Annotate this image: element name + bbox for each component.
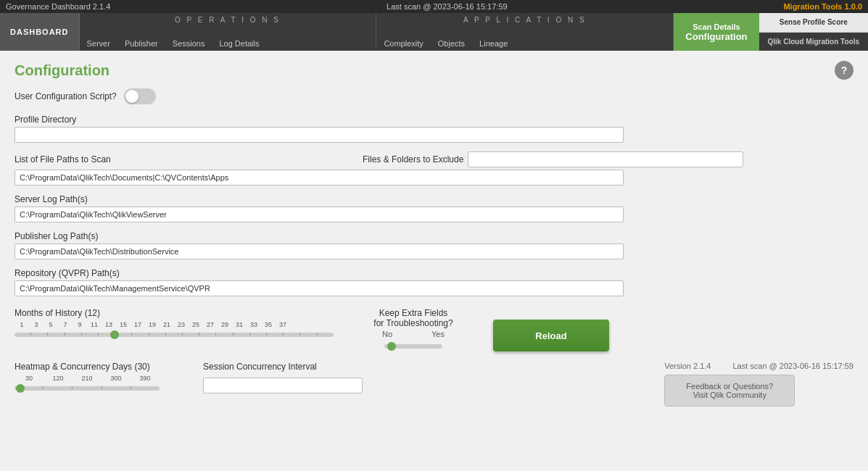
scan-details-label: Scan Details (693, 22, 740, 31)
exclude-input[interactable] (468, 151, 743, 167)
right-nav: Sense Profile Score Qlik Cloud Migration… (759, 13, 868, 51)
repository-row: Repository (QVPR) Path(s) (15, 268, 853, 296)
qlik-cloud-button[interactable]: Qlik Cloud Migration Tools (759, 33, 868, 51)
exclude-label: Files & Folders to Exclude (363, 154, 463, 164)
repository-input[interactable] (15, 280, 624, 296)
tab-sessions[interactable]: Sessions (165, 36, 212, 51)
feedback-line2: Visit Qlik Community (693, 391, 766, 399)
repository-label: Repository (QVPR) Path(s) (15, 268, 853, 278)
sense-profile-label: Sense Profile Score (780, 17, 848, 27)
file-paths-row: List of File Paths to Scan Files & Folde… (15, 151, 853, 186)
keep-extra-label: Keep Extra Fields for Troubleshooting? (355, 308, 471, 328)
feedback-button[interactable]: Feedback or Questions? Visit Qlik Commun… (664, 375, 795, 407)
server-log-label: Server Log Path(s) (15, 194, 853, 204)
heatmap-label: Heatmap & Concurrency Days (30) (15, 362, 189, 372)
footer-section: Version 2.1.4 Last scan @ 2023-06-16 15:… (664, 362, 853, 407)
feedback-line1: Feedback or Questions? (686, 382, 773, 391)
applications-title: A P P L I C A T I O N S (376, 13, 673, 25)
version-label: Version 2.1.4 (664, 362, 711, 370)
operations-tabs: Server Publisher Sessions Log Details (80, 25, 376, 51)
operations-section: O P E R A T I O N S Server Publisher Ses… (80, 13, 377, 51)
dashboard-button[interactable]: DASHBOARD (0, 13, 80, 51)
reload-section: Reload (493, 320, 609, 351)
paths-input[interactable] (15, 170, 624, 186)
server-log-row: Server Log Path(s) (15, 194, 853, 222)
no-label: No (382, 330, 392, 338)
keep-extra-section: Keep Extra Fields for Troubleshooting? N… (355, 308, 471, 351)
publisher-log-input[interactable] (15, 243, 624, 259)
profile-directory-row: Profile Directory (15, 114, 853, 143)
sense-profile-button[interactable]: Sense Profile Score (759, 13, 868, 33)
months-slider-track-container[interactable] (15, 330, 334, 340)
server-log-input[interactable] (15, 207, 624, 222)
keep-extra-thumb[interactable] (387, 342, 396, 351)
user-config-toggle[interactable] (124, 88, 156, 104)
yes-label: Yes (431, 330, 445, 338)
migration-tools-title: Migration Tools 1.0.0 (783, 2, 862, 11)
months-slider-section: Months of History (12) 1 3 5 7 9 11 13 1… (15, 308, 334, 340)
help-icon[interactable]: ? (835, 61, 853, 80)
applications-tabs: Complexity Objects Lineage (376, 25, 673, 51)
tab-log-details[interactable]: Log Details (212, 36, 266, 51)
heatmap-slider-track-container[interactable] (15, 383, 160, 393)
profile-directory-label: Profile Directory (15, 114, 853, 125)
tab-objects[interactable]: Objects (431, 36, 472, 51)
keep-extra-slider[interactable] (384, 341, 442, 351)
qlik-cloud-label: Qlik Cloud Migration Tools (768, 37, 859, 46)
tab-publisher[interactable]: Publisher (117, 36, 165, 51)
profile-directory-input[interactable] (15, 127, 624, 143)
months-label: Months of History (12) (15, 308, 334, 318)
last-scan-footer: Last scan @ 2023-06-16 15:17:59 (732, 362, 853, 370)
operations-title: O P E R A T I O N S (80, 13, 376, 25)
last-scan-top: Last scan @ 2023-06-16 15:17:59 (387, 2, 508, 11)
publisher-log-label: Publisher Log Path(s) (15, 231, 853, 241)
scan-details-button[interactable]: Scan Details Configuration (674, 13, 759, 51)
publisher-log-row: Publisher Log Path(s) (15, 231, 853, 259)
tab-lineage[interactable]: Lineage (472, 36, 515, 51)
session-interval-section: Session Concurrency Interval (203, 362, 363, 393)
tab-server[interactable]: Server (80, 36, 117, 51)
user-config-row: User Configuration Script? (15, 88, 853, 104)
list-paths-label: List of File Paths to Scan (15, 154, 232, 164)
user-config-label: User Configuration Script? (15, 91, 117, 101)
nav-area: DASHBOARD O P E R A T I O N S Server Pub… (0, 13, 868, 51)
reload-button[interactable]: Reload (493, 320, 609, 351)
heatmap-slider-section: Heatmap & Concurrency Days (30) 30 120 2… (15, 362, 189, 393)
session-interval-input[interactable] (203, 378, 363, 393)
session-interval-label: Session Concurrency Interval (203, 362, 363, 372)
app-title: Governance Dashboard 2.1.4 (6, 2, 110, 11)
page-title: Configuration (15, 62, 835, 79)
applications-section: A P P L I C A T I O N S Complexity Objec… (376, 13, 674, 51)
tab-complexity[interactable]: Complexity (376, 36, 430, 51)
top-bar: Governance Dashboard 2.1.4 Last scan @ 2… (0, 0, 868, 13)
active-tab-label: Configuration (685, 31, 747, 42)
main-content: Configuration ? User Configuration Scrip… (0, 51, 868, 471)
